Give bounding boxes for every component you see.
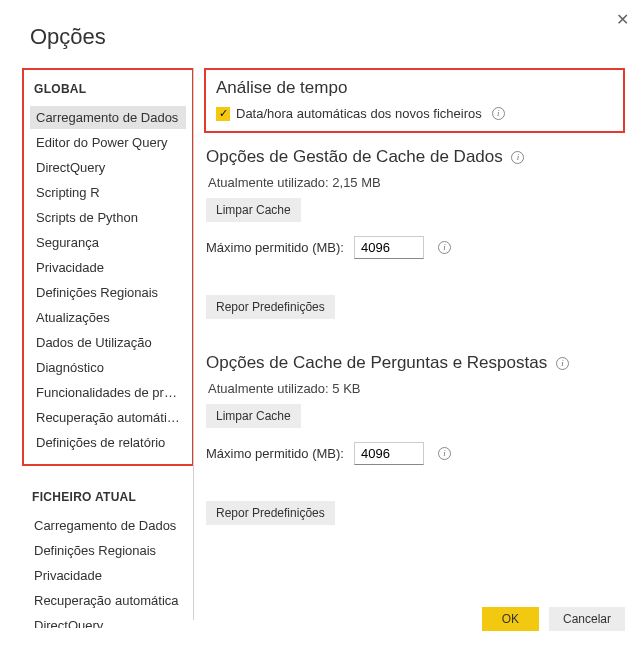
dialog-footer: OK Cancelar — [482, 607, 625, 631]
cancel-button[interactable]: Cancelar — [549, 607, 625, 631]
qa-cache-max-label: Máximo permitido (MB): — [206, 446, 344, 461]
sidebar-item-r-scripting[interactable]: Scripting R — [30, 181, 186, 204]
reset-qa-defaults-button[interactable]: Repor Predefinições — [206, 501, 335, 525]
auto-datetime-row[interactable]: ✓ Data/hora automáticas dos novos fichei… — [216, 106, 613, 121]
sidebar: GLOBAL Carregamento de Dados Editor do P… — [22, 68, 194, 628]
qa-cache-title-text: Opções de Cache de Perguntas e Respostas — [206, 353, 547, 372]
checkbox-checked-icon[interactable]: ✓ — [216, 107, 230, 121]
dialog-content: GLOBAL Carregamento de Dados Editor do P… — [0, 68, 643, 628]
main-panel: Análise de tempo ✓ Data/hora automáticas… — [194, 68, 625, 628]
sidebar-item-cf-data-load[interactable]: Carregamento de Dados — [22, 514, 194, 537]
sidebar-item-python-scripts[interactable]: Scripts de Python — [30, 206, 186, 229]
sidebar-item-directquery[interactable]: DirectQuery — [30, 156, 186, 179]
sidebar-item-data-load[interactable]: Carregamento de Dados — [30, 106, 186, 129]
clear-qa-cache-button[interactable]: Limpar Cache — [206, 404, 301, 428]
data-cache-title: Opções de Gestão de Cache de Dados i — [206, 147, 625, 167]
sidebar-item-autorecover[interactable]: Recuperação automática — [30, 406, 186, 429]
info-icon[interactable]: i — [556, 357, 569, 370]
sidebar-item-regional[interactable]: Definições Regionais — [30, 281, 186, 304]
options-dialog: ✕ Opções GLOBAL Carregamento de Dados Ed… — [0, 0, 643, 653]
info-icon[interactable]: i — [511, 151, 524, 164]
close-icon[interactable]: ✕ — [616, 10, 629, 29]
sidebar-item-diagnostics[interactable]: Diagnóstico — [30, 356, 186, 379]
qa-cache-max-input[interactable] — [354, 442, 424, 465]
sidebar-item-power-query[interactable]: Editor do Power Query — [30, 131, 186, 154]
data-cache-title-text: Opções de Gestão de Cache de Dados — [206, 147, 503, 166]
sidebar-item-cf-directquery[interactable]: DirectQuery — [22, 614, 194, 628]
time-analysis-highlight: Análise de tempo ✓ Data/hora automáticas… — [204, 68, 625, 133]
sidebar-header-current-file: FICHEIRO ATUAL — [22, 476, 194, 512]
sidebar-item-updates[interactable]: Atualizações — [30, 306, 186, 329]
sidebar-header-global: GLOBAL — [30, 76, 186, 104]
qa-cache-used: Atualmente utilizado: 5 KB — [206, 381, 625, 396]
data-cache-max-label: Máximo permitido (MB): — [206, 240, 344, 255]
data-cache-used: Atualmente utilizado: 2,15 MB — [206, 175, 625, 190]
clear-cache-button[interactable]: Limpar Cache — [206, 198, 301, 222]
sidebar-item-preview-features[interactable]: Funcionalidades de pré... — [30, 381, 186, 404]
sidebar-item-security[interactable]: Segurança — [30, 231, 186, 254]
data-cache-max-input[interactable] — [354, 236, 424, 259]
sidebar-item-cf-regional[interactable]: Definições Regionais — [22, 539, 194, 562]
data-cache-section: Opções de Gestão de Cache de Dados i Atu… — [204, 147, 625, 319]
sidebar-item-cf-privacy[interactable]: Privacidade — [22, 564, 194, 587]
auto-datetime-label: Data/hora automáticas dos novos ficheiro… — [236, 106, 482, 121]
qa-cache-max-row: Máximo permitido (MB): i — [206, 442, 625, 465]
qa-cache-section: Opções de Cache de Perguntas e Respostas… — [204, 353, 625, 525]
sidebar-global-highlight: GLOBAL Carregamento de Dados Editor do P… — [22, 68, 194, 466]
sidebar-item-privacy[interactable]: Privacidade — [30, 256, 186, 279]
info-icon[interactable]: i — [438, 447, 451, 460]
sidebar-item-usage-data[interactable]: Dados de Utilização — [30, 331, 186, 354]
data-cache-max-row: Máximo permitido (MB): i — [206, 236, 625, 259]
time-analysis-title: Análise de tempo — [216, 78, 613, 98]
info-icon[interactable]: i — [438, 241, 451, 254]
qa-cache-title: Opções de Cache de Perguntas e Respostas… — [206, 353, 625, 373]
info-icon[interactable]: i — [492, 107, 505, 120]
sidebar-item-cf-autorecover[interactable]: Recuperação automática — [22, 589, 194, 612]
ok-button[interactable]: OK — [482, 607, 539, 631]
dialog-title: Opções — [0, 0, 643, 68]
sidebar-item-report-settings[interactable]: Definições de relatório — [30, 431, 186, 454]
sidebar-current-file: FICHEIRO ATUAL Carregamento de Dados Def… — [22, 476, 194, 628]
reset-defaults-button[interactable]: Repor Predefinições — [206, 295, 335, 319]
